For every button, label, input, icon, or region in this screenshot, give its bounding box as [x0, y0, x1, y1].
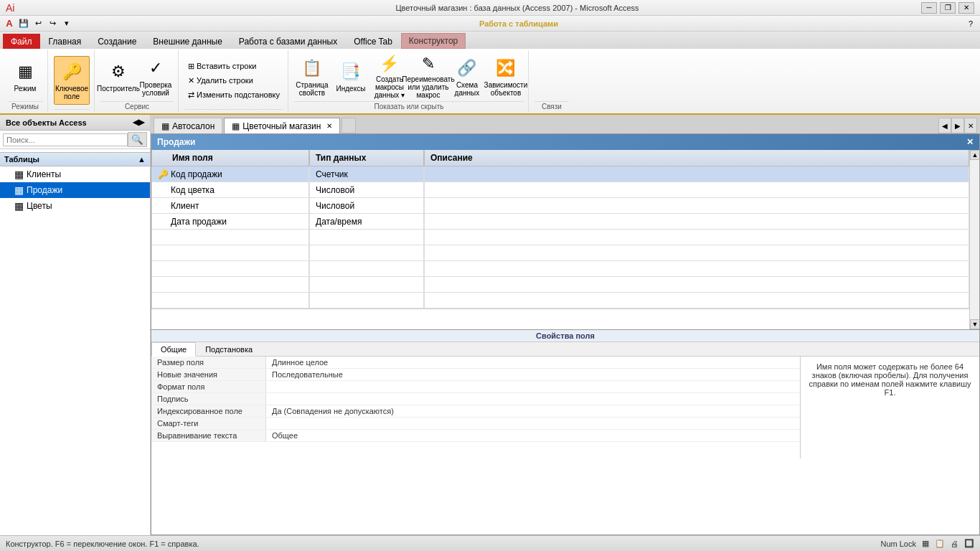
grid-cell-empty-9c[interactable] — [424, 293, 969, 309]
tab-nav-right[interactable]: ▶ — [951, 118, 964, 133]
view-icon-2[interactable]: 📋 — [935, 539, 945, 548]
field-type-1: Счетчик — [316, 169, 348, 179]
tab-home[interactable]: Главная — [41, 34, 90, 49]
grid-cell-field-1[interactable]: 🔑 Код продажи — [151, 166, 309, 182]
prop-value-smarttags[interactable] — [266, 418, 800, 429]
grid-cell-empty-5b[interactable] — [309, 230, 424, 245]
tab-external[interactable]: Внешние данные — [145, 34, 230, 49]
grid-cell-field-4[interactable]: Дата продажи — [151, 214, 309, 230]
grid-cell-type-2[interactable]: Числовой — [309, 182, 424, 198]
tab-file[interactable]: Файл — [3, 34, 40, 49]
indexes-button[interactable]: 📑 Индексы — [333, 52, 369, 101]
grid-cell-empty-6a[interactable] — [151, 245, 309, 261]
grid-cell-type-4[interactable]: Дата/время — [309, 214, 424, 230]
grid-cell-desc-1[interactable] — [424, 166, 969, 182]
prop-value-indexed[interactable]: Да (Совпадения не допускаются) — [266, 405, 800, 417]
table-item-flowers[interactable]: ▦ Цветы — [0, 198, 150, 214]
ribbon-group-modes: ▦ Режим Режимы — [3, 50, 48, 112]
table-item-sales[interactable]: ▦ Продажи — [0, 182, 150, 198]
ribbon-group-rows: ⊞ Вставить строки ✕ Удалить строки ⇄ Изм… — [180, 50, 288, 112]
change-lookup-button[interactable]: ⇄ Изменить подстановку — [184, 88, 283, 102]
prop-label-format: Формат поля — [151, 381, 266, 392]
builder-button[interactable]: ⚙ Построитель — [100, 52, 136, 101]
tab-database[interactable]: Работа с базами данных — [231, 34, 345, 49]
save-quick-icon[interactable]: 💾 — [17, 17, 30, 30]
grid-cell-empty-7b[interactable] — [309, 261, 424, 277]
search-button[interactable]: 🔍 — [128, 132, 147, 147]
key-field-button[interactable]: 🔑 Ключевоеполе — [54, 56, 90, 105]
grid-cell-field-3[interactable]: Клиент — [151, 198, 309, 214]
grid-cell-type-1[interactable]: Счетчик — [309, 166, 424, 182]
view-icon-3[interactable]: 🖨 — [951, 540, 958, 548]
grid-cell-desc-2[interactable] — [424, 182, 969, 198]
nav-pane-collapse-icon[interactable]: ◀▶ — [133, 118, 144, 127]
grid-cell-empty-7c[interactable] — [424, 261, 969, 277]
mode-button[interactable]: ▦ Режим — [7, 52, 43, 101]
scrollbar-up-arrow[interactable]: ▲ — [970, 150, 979, 160]
rename-macro-button[interactable]: ✎ Переименоватьили удалить макрос — [410, 52, 446, 101]
check-button[interactable]: ✓ Проверкаусловий — [138, 52, 174, 101]
prop-tab-lookup[interactable]: Подстановка — [196, 342, 262, 356]
field-name-3: Клиент — [171, 201, 199, 211]
grid-cell-field-2[interactable]: Код цветка — [151, 182, 309, 198]
tables-section-header[interactable]: Таблицы ▲ — [0, 152, 150, 166]
prop-value-format[interactable] — [266, 381, 800, 392]
grid-cell-empty-8a[interactable] — [151, 277, 309, 293]
grid-cell-desc-4[interactable] — [424, 214, 969, 230]
schema-label: Схемаданных — [455, 81, 480, 97]
delete-row-button[interactable]: ✕ Удалить строки — [184, 74, 283, 88]
grid-cell-type-3[interactable]: Числовой — [309, 198, 424, 214]
undo-quick-icon[interactable]: ↩ — [32, 17, 44, 30]
grid-cell-empty-5a[interactable] — [151, 230, 309, 245]
tab-designer[interactable]: Конструктор — [401, 33, 466, 49]
insert-row-button[interactable]: ⊞ Вставить строки — [184, 60, 283, 73]
app-icon: Ai — [6, 2, 14, 14]
tab-nav-left[interactable]: ◀ — [938, 118, 951, 133]
group-links-label: Связи — [534, 101, 569, 110]
dependencies-button[interactable]: 🔀 Зависимостиобъектов — [488, 52, 524, 101]
prop-tab-general[interactable]: Общие — [151, 342, 196, 357]
grid-cell-empty-8c[interactable] — [424, 277, 969, 293]
redo-quick-icon[interactable]: ↪ — [46, 17, 59, 30]
grid-cell-empty-6b[interactable] — [309, 245, 424, 261]
tab-create[interactable]: Создание — [90, 34, 144, 49]
grid-cell-empty-5c[interactable] — [424, 230, 969, 245]
search-input[interactable] — [3, 133, 128, 146]
grid-cell-empty-8b[interactable] — [309, 277, 424, 293]
right-area: ▦ Автосалон ▦ Цветочный магазин ✕ ◀ ▶ ✕ … — [151, 115, 980, 535]
prop-row-indexed: Индексированное поле Да (Совпадения не д… — [151, 405, 800, 418]
table-item-clients[interactable]: ▦ Клиенты — [0, 166, 150, 182]
tab-close-all[interactable]: ✕ — [964, 118, 977, 133]
table-designer: Продажи ✕ Имя поля Тип данных Описание 🔑… — [151, 133, 980, 535]
prop-row-smarttags: Смарт-теги — [151, 418, 800, 430]
grid-cell-empty-6c[interactable] — [424, 245, 969, 261]
quick-access-dropdown-icon[interactable]: ▾ — [60, 17, 73, 30]
group-modes-label: Режимы — [7, 101, 43, 110]
grid-cell-empty-9b[interactable] — [309, 293, 424, 309]
maximize-button[interactable]: ❐ — [940, 2, 956, 14]
grid-cell-empty-9a[interactable] — [151, 293, 309, 309]
grid-cell-empty-7a[interactable] — [151, 261, 309, 277]
help-icon[interactable]: ? — [964, 17, 977, 30]
field-type-4: Дата/время — [316, 217, 362, 227]
prop-value-newval[interactable]: Последовательные — [266, 369, 800, 380]
prop-value-size[interactable]: Длинное целое — [266, 357, 800, 368]
close-button[interactable]: ✕ — [958, 2, 974, 14]
doc-tab-florist[interactable]: ▦ Цветочный магазин ✕ — [224, 118, 340, 133]
scrollbar-down-arrow[interactable]: ▼ — [970, 319, 979, 329]
minimize-button[interactable]: ─ — [921, 2, 937, 14]
group-show-label: Показать или скрыть — [294, 101, 524, 110]
prop-value-align[interactable]: Общее — [266, 430, 800, 441]
table-icon-flowers: ▦ — [14, 200, 24, 212]
designer-close-icon[interactable]: ✕ — [966, 137, 974, 147]
grid-cell-desc-3[interactable] — [424, 198, 969, 214]
schema-button[interactable]: 🔗 Схемаданных — [449, 52, 485, 101]
grid-scrollbar[interactable]: ▲ ▼ — [969, 150, 979, 329]
view-icon-4[interactable]: 🔲 — [964, 539, 974, 548]
page-props-button[interactable]: 📋 Страницасвойств — [294, 52, 330, 101]
prop-value-caption[interactable] — [266, 393, 800, 405]
doc-tab-florist-close-icon[interactable]: ✕ — [326, 122, 332, 130]
view-icon-1[interactable]: ▦ — [922, 539, 929, 548]
doc-tab-autosalon[interactable]: ▦ Автосалон — [154, 118, 222, 133]
tab-office[interactable]: Office Tab — [346, 34, 400, 49]
